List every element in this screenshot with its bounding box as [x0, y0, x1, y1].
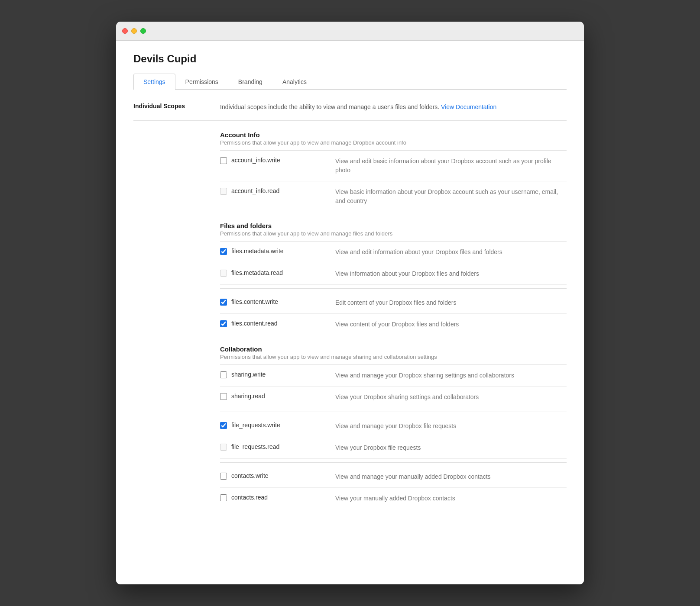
perm-group-files-folders: Files and folders Permissions that allow…: [220, 222, 567, 335]
tab-permissions[interactable]: Permissions: [175, 74, 228, 90]
tab-branding[interactable]: Branding: [228, 74, 272, 90]
tab-bar: Settings Permissions Branding Analytics: [133, 74, 567, 90]
minimize-button[interactable]: [131, 28, 137, 34]
collab-subgroup-divider-2: [220, 462, 567, 463]
checkbox-files-content-read[interactable]: [220, 320, 227, 327]
checkbox-file-requests-read[interactable]: [220, 444, 227, 451]
perm-group-files-title: Files and folders: [220, 222, 567, 229]
perm-desc-files-metadata-read: View information about your Dropbox file…: [335, 269, 567, 278]
perm-name-files-metadata-write: files.metadata.write: [231, 248, 335, 255]
app-window: Devils Cupid Settings Permissions Brandi…: [116, 22, 584, 584]
collab-subgroup-divider-1: [220, 412, 567, 412]
permissions-area: Account Info Permissions that allow your…: [220, 131, 567, 509]
perm-desc-account-info-write: View and edit basic information about yo…: [335, 157, 567, 175]
perm-item-sharing-read: sharing.read View your Dropbox sharing s…: [220, 387, 567, 408]
checkbox-contacts-write[interactable]: [220, 473, 227, 480]
perm-name-contacts-read: contacts.read: [231, 494, 335, 501]
perm-item-file-requests-write: file_requests.write View and manage your…: [220, 416, 567, 437]
perm-desc-contacts-read: View your manually added Dropbox contact…: [335, 494, 567, 503]
perm-desc-files-content-write: Edit content of your Dropbox files and f…: [335, 298, 567, 307]
perm-group-collaboration: Collaboration Permissions that allow you…: [220, 345, 567, 509]
checkbox-account-info-read[interactable]: [220, 188, 227, 195]
perm-item-account-info-write: account_info.write View and edit basic i…: [220, 151, 567, 181]
main-content: Devils Cupid Settings Permissions Brandi…: [116, 41, 584, 584]
checkbox-files-metadata-read[interactable]: [220, 270, 227, 277]
perm-name-files-metadata-read: files.metadata.read: [231, 269, 335, 276]
perm-desc-file-requests-write: View and manage your Dropbox file reques…: [335, 422, 567, 431]
checkbox-files-content-write[interactable]: [220, 299, 227, 306]
view-documentation-link[interactable]: View Documentation: [441, 103, 496, 110]
individual-scopes-section: Individual Scopes Individual scopes incl…: [133, 103, 567, 121]
perm-name-file-requests-write: file_requests.write: [231, 422, 335, 429]
maximize-button[interactable]: [140, 28, 146, 34]
perm-group-collaboration-desc: Permissions that allow your app to view …: [220, 354, 567, 360]
traffic-lights: [122, 28, 146, 34]
perm-group-account-info-title: Account Info: [220, 131, 567, 139]
perm-item-account-info-read: account_info.read View basic information…: [220, 181, 567, 212]
tab-settings[interactable]: Settings: [133, 74, 175, 90]
checkbox-sharing-write[interactable]: [220, 371, 227, 378]
perm-desc-sharing-read: View your Dropbox sharing settings and c…: [335, 393, 567, 402]
checkbox-account-info-write[interactable]: [220, 157, 227, 164]
perm-item-contacts-write: contacts.write View and manage your manu…: [220, 466, 567, 488]
perm-desc-account-info-read: View basic information about your Dropbo…: [335, 187, 567, 206]
tab-analytics[interactable]: Analytics: [272, 74, 317, 90]
files-subgroup-divider: [220, 288, 567, 289]
perm-desc-sharing-write: View and manage your Dropbox sharing set…: [335, 371, 567, 380]
perm-item-sharing-write: sharing.write View and manage your Dropb…: [220, 365, 567, 387]
perm-desc-files-metadata-write: View and edit information about your Dro…: [335, 248, 567, 257]
app-title: Devils Cupid: [133, 53, 567, 65]
perm-group-account-info: Account Info Permissions that allow your…: [220, 131, 567, 212]
perm-name-files-content-read: files.content.read: [231, 320, 335, 327]
perm-name-account-info-write: account_info.write: [231, 157, 335, 164]
perm-item-file-requests-read: file_requests.read View your Dropbox fil…: [220, 437, 567, 459]
perm-name-contacts-write: contacts.write: [231, 472, 335, 479]
perm-group-collaboration-title: Collaboration: [220, 345, 567, 353]
checkbox-sharing-read[interactable]: [220, 393, 227, 400]
perm-name-sharing-read: sharing.read: [231, 393, 335, 400]
perm-item-files-content-read: files.content.read View content of your …: [220, 314, 567, 335]
perm-item-files-content-write: files.content.write Edit content of your…: [220, 292, 567, 314]
perm-desc-file-requests-read: View your Dropbox file requests: [335, 443, 567, 452]
individual-scopes-description: Individual scopes include the ability to…: [220, 103, 567, 112]
close-button[interactable]: [122, 28, 128, 34]
perm-name-account-info-read: account_info.read: [231, 187, 335, 194]
checkbox-contacts-read[interactable]: [220, 494, 227, 501]
checkbox-files-metadata-write[interactable]: [220, 248, 227, 255]
checkbox-file-requests-write[interactable]: [220, 422, 227, 429]
perm-name-files-content-write: files.content.write: [231, 298, 335, 305]
perm-name-file-requests-read: file_requests.read: [231, 443, 335, 450]
perm-item-contacts-read: contacts.read View your manually added D…: [220, 488, 567, 509]
perm-name-sharing-write: sharing.write: [231, 371, 335, 378]
perm-group-account-info-desc: Permissions that allow your app to view …: [220, 139, 567, 146]
perm-desc-contacts-write: View and manage your manually added Drop…: [335, 472, 567, 481]
perm-group-files-desc: Permissions that allow your app to view …: [220, 230, 567, 237]
perm-item-files-metadata-read: files.metadata.read View information abo…: [220, 263, 567, 285]
titlebar: [116, 22, 584, 41]
perm-desc-files-content-read: View content of your Dropbox files and f…: [335, 320, 567, 329]
individual-scopes-label: Individual Scopes: [133, 103, 220, 112]
perm-item-files-metadata-write: files.metadata.write View and edit infor…: [220, 242, 567, 263]
